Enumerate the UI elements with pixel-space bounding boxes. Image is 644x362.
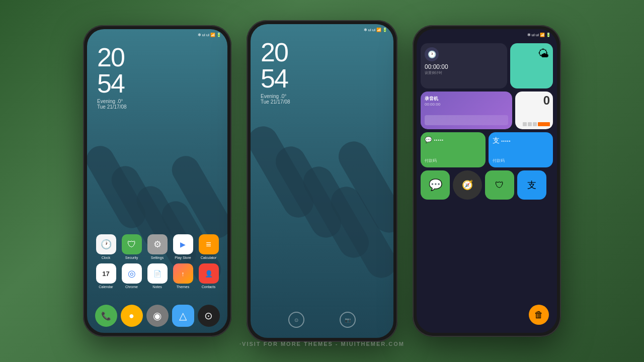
playstore-icon: ▶ [173, 234, 193, 254]
app-security[interactable]: 🛡 Security [120, 234, 144, 259]
app-themes[interactable]: ↑ Themes [171, 263, 195, 289]
widget-row-3: 💬 ▪▪▪▪▪ 付款码 支 ▪▪▪▪▪ 付款码 [421, 132, 553, 167]
clock-weather-2: Evening .0° [261, 94, 290, 99]
clock-label: Clock [102, 256, 111, 259]
calendar-widget[interactable]: 0 [515, 92, 553, 129]
app-calculator[interactable]: ≡ Calculator [197, 234, 221, 259]
alipay-label: 付款码 [493, 158, 505, 163]
clock-display-1: 20 54 Evening .0° Tue 21/17/08 [97, 44, 127, 110]
dock-camera[interactable]: ⊙ [198, 305, 220, 327]
dock-finder[interactable]: ◉ [146, 305, 169, 327]
calendar-number: 0 [543, 95, 550, 107]
trash-icon: 🗑 [534, 310, 543, 320]
recorder-label: 录音机 [425, 96, 438, 102]
themes-icon: ↑ [173, 263, 193, 284]
phone-3-screen: ✻ulul📶🔋 🕐 00:00:00 设置倒计时 🌤 [417, 29, 557, 333]
app-contacts[interactable]: 👤 Contacts [197, 263, 221, 289]
wechat-header: 💬 ▪▪▪▪▪ [425, 136, 444, 143]
chrome-label: Chrome [125, 285, 138, 289]
clock-minute-1: 54 [97, 70, 127, 97]
watermark: ·VISIT FOR MORE THEMES - MIUITHEMER.COM [0, 341, 644, 347]
recorder-widget[interactable]: 录音机 00:00:00 [421, 92, 512, 129]
timer-time: 00:00:00 [425, 63, 448, 70]
widget-row-2: 录音机 00:00:00 0 [421, 92, 553, 129]
sun-icon: 🌤 [538, 47, 549, 60]
widget-row-4: 💬 🧭 🛡 支 [421, 170, 553, 200]
settings-label: Settings [151, 256, 164, 259]
small-app-green2[interactable]: 🛡 [485, 170, 514, 200]
phone-1-screen: ✻ulul📶🔋 20 54 Evening .0° Tue 21/17/08 🕐… [87, 29, 227, 333]
app-playstore[interactable]: ▶ Play Store [171, 234, 195, 259]
themes-label: Themes [177, 285, 189, 289]
app-notes[interactable]: 📄 Notes [145, 263, 170, 289]
app-grid-1: 🕐 Clock 🛡 Security ⚙ Settings ▶ Play Sto… [93, 234, 221, 293]
status-icons-2: ✻ulul📶🔋 [364, 28, 387, 32]
wechat-pay-label: 付款码 [425, 158, 437, 163]
dock-maps[interactable]: △ [172, 305, 194, 327]
small-app-compass[interactable]: 🧭 [453, 170, 482, 200]
status-bar-3: ✻ulul📶🔋 [417, 29, 557, 40]
app-clock[interactable]: 🕐 Clock [94, 234, 118, 259]
diagonal-shapes-2 [251, 112, 393, 288]
phones-container: ✻ulul📶🔋 20 54 Evening .0° Tue 21/17/08 🕐… [83, 20, 561, 342]
status-icons-3: ✻ulul📶🔋 [527, 33, 551, 37]
playstore-label: Play Store [175, 256, 191, 259]
widget-grid: 🕐 00:00:00 设置倒计时 🌤 录音机 00:00:00 [421, 43, 553, 203]
dock-phone[interactable]: 📞 [95, 305, 117, 327]
calculator-icon: ≡ [199, 234, 219, 254]
notes-icon: 📄 [147, 263, 168, 284]
clock-hour-1: 20 [97, 44, 127, 70]
phone-2-screen: ✻ulul📶🔋 20 54 Evening .0° Tue 21/17/08 ⊙… [251, 24, 393, 338]
app-row-2: 17 Calendar ◎ Chrome 📄 Notes ↑ Themes [93, 263, 221, 289]
app-calendar[interactable]: 17 Calendar [94, 263, 118, 289]
app-chrome[interactable]: ◎ Chrome [120, 263, 144, 289]
bottom-circle-left[interactable]: ⊙ [288, 312, 304, 328]
contacts-icon: 👤 [199, 263, 219, 284]
calculator-label: Calculator [201, 256, 217, 259]
timer-label: 设置倒计时 [425, 70, 442, 75]
bottom-circle-right[interactable]: 📷 [340, 312, 356, 328]
notes-label: Notes [152, 285, 162, 289]
security-label: Security [125, 256, 138, 259]
calendar-label: Calendar [99, 285, 113, 289]
phone2-bottom-icons: ⊙ 📷 [251, 312, 393, 328]
status-bar-2: ✻ulul📶🔋 [251, 24, 393, 35]
phone-3: ✻ulul📶🔋 🕐 00:00:00 设置倒计时 🌤 [413, 25, 561, 337]
phone-1: ✻ulul📶🔋 20 54 Evening .0° Tue 21/17/08 🕐… [83, 25, 231, 337]
status-bar-1: ✻ulul📶🔋 [87, 29, 227, 40]
phone-2: ✻ulul📶🔋 20 54 Evening .0° Tue 21/17/08 ⊙… [247, 20, 397, 342]
weather-widget[interactable]: 🌤 [510, 43, 553, 88]
contacts-label: Contacts [202, 285, 216, 289]
calendar-icon: 17 [96, 263, 116, 284]
bottom-dock-1: 📞 ● ◉ △ ⊙ [93, 305, 221, 327]
widget-row-1: 🕐 00:00:00 设置倒计时 🌤 [421, 43, 553, 88]
app-settings[interactable]: ⚙ Settings [145, 234, 170, 259]
small-app-wechat[interactable]: 💬 [421, 170, 450, 200]
trash-button[interactable]: 🗑 [529, 305, 549, 325]
clock-display-2: 20 54 Evening .0° Tue 21/17/08 [261, 39, 290, 105]
clock-date-2: Tue 21/17/08 [261, 99, 290, 105]
timer-icon: 🕐 [425, 47, 439, 61]
clock-weather-1: Evening .0° [97, 99, 127, 104]
clock-hour-2: 20 [261, 39, 290, 65]
clock-date-1: Tue 21/17/08 [97, 104, 127, 110]
clock-icon: 🕐 [96, 234, 116, 254]
wechat-pay-widget[interactable]: 💬 ▪▪▪▪▪ 付款码 [421, 132, 486, 167]
status-icons-1: ✻ulul📶🔋 [198, 33, 221, 37]
settings-icon: ⚙ [147, 234, 168, 254]
timer-widget[interactable]: 🕐 00:00:00 设置倒计时 [421, 43, 507, 88]
alipay-widget[interactable]: 支 ▪▪▪▪▪ 付款码 [489, 132, 553, 167]
recorder-time: 00:00:00 [425, 102, 440, 107]
security-icon: 🛡 [122, 234, 142, 254]
chrome-icon: ◎ [122, 263, 142, 284]
clock-minute-2: 54 [261, 65, 290, 92]
app-row-1: 🕐 Clock 🛡 Security ⚙ Settings ▶ Play Sto… [93, 234, 221, 259]
dock-messages[interactable]: ● [121, 305, 143, 327]
small-app-alipay[interactable]: 支 [517, 170, 546, 200]
